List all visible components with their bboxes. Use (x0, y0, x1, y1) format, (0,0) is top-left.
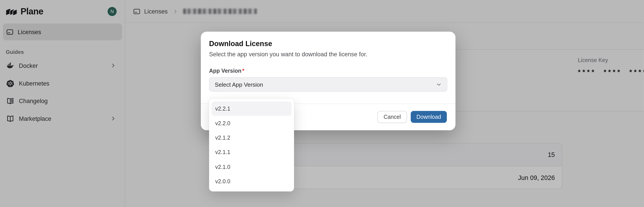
dropdown-option-v2.2.1[interactable]: v2.2.1 (212, 102, 292, 116)
modal-title: Download License (209, 40, 447, 48)
required-asterisk: * (242, 68, 244, 74)
modal-subtitle: Select the app version you want to downl… (209, 51, 447, 58)
app-version-label: App Version* (209, 68, 447, 74)
app-window: Plane N Licenses Guides (0, 0, 644, 207)
cancel-button[interactable]: Cancel (378, 111, 407, 123)
app-version-select[interactable]: Select App Version (209, 77, 447, 92)
chevron-down-icon (436, 82, 442, 87)
select-placeholder: Select App Version (215, 81, 263, 88)
dropdown-option-v2.1.0[interactable]: v2.1.0 (212, 160, 292, 174)
app-version-dropdown: v2.2.1 v2.2.0 v2.1.2 v2.1.1 v2.1.0 v2.0.… (209, 98, 294, 192)
app-version-label-text: App Version (209, 68, 242, 74)
dropdown-option-v2.1.2[interactable]: v2.1.2 (212, 130, 292, 145)
dropdown-option-v2.1.1[interactable]: v2.1.1 (212, 145, 292, 160)
download-button[interactable]: Download (411, 111, 447, 123)
dropdown-option-v2.2.0[interactable]: v2.2.0 (212, 116, 292, 131)
dropdown-option-v2.0.0[interactable]: v2.0.0 (212, 174, 292, 189)
